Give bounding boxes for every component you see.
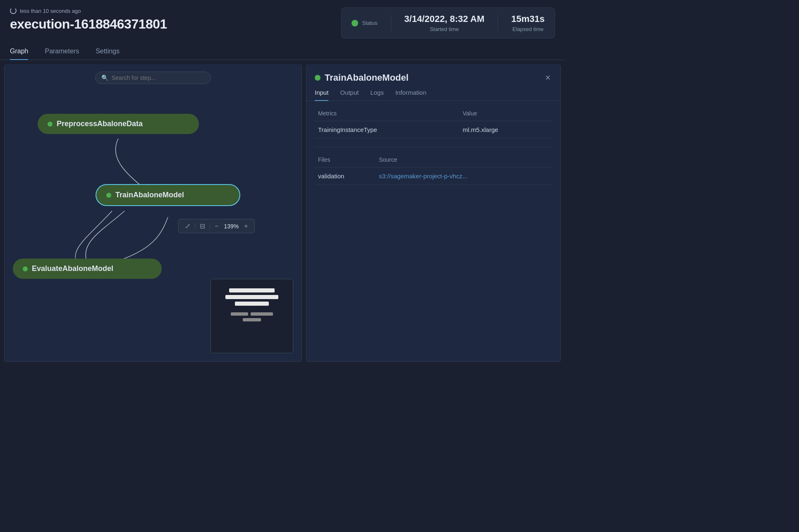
elapsed-time-value: 15m31s (511, 14, 545, 24)
fit-button[interactable]: ⤢ (183, 221, 192, 231)
node-evaluate[interactable]: EvaluateAbaloneModel (13, 259, 162, 279)
panel-title-text: TrainAbaloneModel (325, 72, 409, 83)
right-panel: TrainAbaloneModel × Input Output Logs In… (306, 64, 561, 362)
elapsed-time-label: Elapsed time (512, 26, 543, 32)
metrics-header: Metrics (315, 106, 459, 121)
graph-panel: 🔍 PreprocessAbaloneData TrainAb (4, 64, 302, 362)
search-bar: 🔍 (95, 72, 211, 84)
divider-v1 (391, 15, 391, 31)
source-header: Source (376, 152, 552, 168)
zoom-level: 139% (223, 223, 239, 230)
main-content: 🔍 PreprocessAbaloneData TrainAb (0, 60, 565, 366)
status-box: Status 3/14/2022, 8:32 AM Started time 1… (341, 7, 555, 38)
files-table: Files Source validation s3://sagemaker-p… (315, 152, 552, 185)
zoom-toolbar: ⤢ ⊟ − 139% + (178, 219, 255, 233)
execution-title: execution-1618846371801 (10, 17, 167, 32)
zoom-out-button[interactable]: − (213, 222, 220, 231)
status-item-elapsed: 15m31s Elapsed time (511, 14, 545, 32)
value-header: Value (459, 106, 552, 121)
data-table: Metrics Value TrainingInstanceType ml.m5… (306, 101, 560, 185)
divider-v2 (498, 15, 498, 31)
file-cell: validation (315, 168, 376, 185)
started-time-value: 3/14/2022, 8:32 AM (404, 14, 485, 24)
status-item-started: 3/14/2022, 8:32 AM Started time (404, 14, 485, 32)
metrics-table: Metrics Value TrainingInstanceType ml.m5… (315, 106, 552, 139)
status-green-dot (352, 20, 358, 26)
node-train[interactable]: TrainAbaloneModel (96, 184, 240, 206)
metric-cell: TrainingInstanceType (315, 121, 459, 139)
value-cell: ml.m5.xlarge (459, 121, 552, 139)
refresh-row: less than 10 seconds ago (10, 7, 167, 14)
started-time-label: Started time (430, 26, 459, 32)
zoom-sep1 (195, 223, 195, 229)
refresh-icon[interactable] (10, 7, 17, 14)
right-tab-input[interactable]: Input (315, 89, 328, 101)
right-panel-header: TrainAbaloneModel × (306, 64, 560, 84)
files-header: Files (315, 152, 376, 168)
right-tab-output[interactable]: Output (340, 89, 359, 101)
search-icon: 🔍 (101, 74, 108, 81)
header-left: less than 10 seconds ago execution-16188… (10, 7, 167, 32)
train-dot (106, 193, 111, 198)
right-tab-information[interactable]: Information (395, 89, 426, 101)
mini-map (211, 279, 293, 353)
header: less than 10 seconds ago execution-16188… (0, 0, 565, 43)
search-input[interactable] (112, 74, 205, 81)
right-panel-tabs: Input Output Logs Information (306, 84, 560, 101)
evaluate-dot (23, 266, 28, 271)
tabs-bar: Graph Parameters Settings (0, 43, 565, 60)
right-panel-title: TrainAbaloneModel (315, 72, 409, 83)
tab-parameters[interactable]: Parameters (45, 43, 79, 60)
preprocess-dot (48, 122, 53, 127)
section-divider (315, 147, 552, 147)
panel-title-dot (315, 75, 321, 81)
table-row: TrainingInstanceType ml.m5.xlarge (315, 121, 552, 139)
table-row: validation s3://sagemaker-project-p-vhcz… (315, 168, 552, 185)
status-label: Status (362, 20, 378, 26)
refresh-label: less than 10 seconds ago (20, 8, 81, 14)
fit-width-button[interactable]: ⊟ (198, 221, 207, 231)
preprocess-label: PreprocessAbaloneData (57, 120, 143, 128)
files-section: Files Source validation s3://sagemaker-p… (315, 152, 552, 185)
tab-settings[interactable]: Settings (96, 43, 120, 60)
node-preprocess[interactable]: PreprocessAbaloneData (38, 114, 199, 134)
source-cell[interactable]: s3://sagemaker-project-p-vhcz... (376, 168, 552, 185)
train-label: TrainAbaloneModel (115, 191, 184, 199)
metrics-section: Metrics Value TrainingInstanceType ml.m5… (315, 106, 552, 139)
close-button[interactable]: × (543, 72, 552, 84)
evaluate-label: EvaluateAbaloneModel (32, 264, 113, 273)
right-tab-logs[interactable]: Logs (370, 89, 384, 101)
zoom-sep2 (210, 223, 210, 229)
tab-graph[interactable]: Graph (10, 43, 28, 60)
zoom-in-button[interactable]: + (242, 222, 250, 231)
status-item-status: Status (352, 20, 378, 26)
